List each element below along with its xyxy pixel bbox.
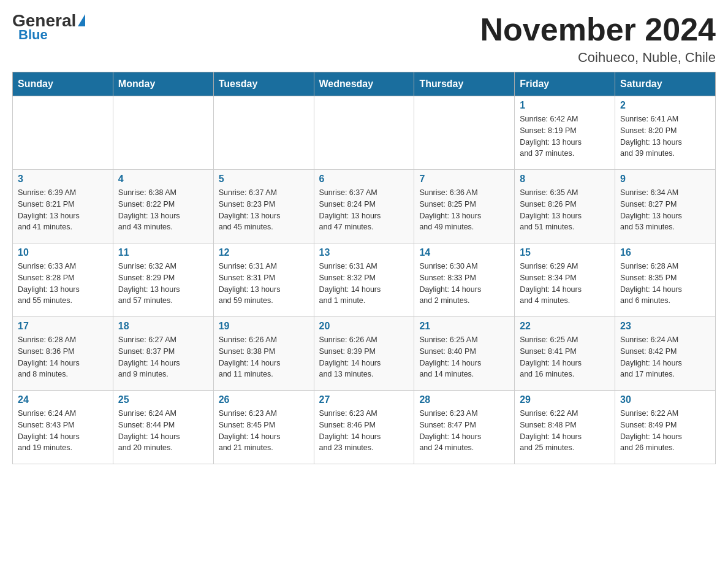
day-number: 9 bbox=[620, 174, 710, 185]
weekday-header-thursday: Thursday bbox=[414, 72, 515, 96]
calendar-cell-2-4: 6Sunrise: 6:37 AM Sunset: 8:24 PM Daylig… bbox=[314, 170, 414, 243]
day-info: Sunrise: 6:30 AM Sunset: 8:33 PM Dayligh… bbox=[419, 261, 509, 307]
calendar-cell-4-2: 18Sunrise: 6:27 AM Sunset: 8:37 PM Dayli… bbox=[113, 317, 213, 391]
calendar-cell-2-5: 7Sunrise: 6:36 AM Sunset: 8:25 PM Daylig… bbox=[414, 170, 515, 243]
calendar-cell-1-2 bbox=[113, 96, 213, 170]
calendar-cell-4-7: 23Sunrise: 6:24 AM Sunset: 8:42 PM Dayli… bbox=[615, 317, 716, 391]
week-row-1: 1Sunrise: 6:42 AM Sunset: 8:19 PM Daylig… bbox=[13, 96, 716, 170]
day-info: Sunrise: 6:28 AM Sunset: 8:35 PM Dayligh… bbox=[620, 261, 710, 307]
day-number: 30 bbox=[620, 394, 710, 405]
calendar-cell-3-3: 12Sunrise: 6:31 AM Sunset: 8:31 PM Dayli… bbox=[213, 243, 314, 317]
weekday-header-wednesday: Wednesday bbox=[314, 72, 414, 96]
day-number: 27 bbox=[319, 394, 409, 405]
calendar-cell-5-6: 29Sunrise: 6:22 AM Sunset: 8:48 PM Dayli… bbox=[515, 391, 615, 464]
day-info: Sunrise: 6:31 AM Sunset: 8:31 PM Dayligh… bbox=[219, 261, 309, 307]
day-number: 18 bbox=[118, 321, 208, 332]
calendar-cell-5-2: 25Sunrise: 6:24 AM Sunset: 8:44 PM Dayli… bbox=[113, 391, 213, 464]
calendar-cell-1-4 bbox=[314, 96, 414, 170]
calendar-cell-4-5: 21Sunrise: 6:25 AM Sunset: 8:40 PM Dayli… bbox=[414, 317, 515, 391]
weekday-header-sunday: Sunday bbox=[13, 72, 113, 96]
day-info: Sunrise: 6:39 AM Sunset: 8:21 PM Dayligh… bbox=[18, 187, 108, 233]
calendar-cell-2-6: 8Sunrise: 6:35 AM Sunset: 8:26 PM Daylig… bbox=[515, 170, 615, 243]
calendar-cell-2-2: 4Sunrise: 6:38 AM Sunset: 8:22 PM Daylig… bbox=[113, 170, 213, 243]
weekday-header-saturday: Saturday bbox=[615, 72, 716, 96]
day-number: 17 bbox=[18, 321, 108, 332]
day-number: 12 bbox=[219, 247, 309, 258]
day-number: 28 bbox=[419, 394, 509, 405]
calendar-cell-2-1: 3Sunrise: 6:39 AM Sunset: 8:21 PM Daylig… bbox=[13, 170, 113, 243]
day-number: 3 bbox=[18, 174, 108, 185]
day-number: 11 bbox=[118, 247, 208, 258]
calendar-cell-3-2: 11Sunrise: 6:32 AM Sunset: 8:29 PM Dayli… bbox=[113, 243, 213, 317]
calendar-cell-4-1: 17Sunrise: 6:28 AM Sunset: 8:36 PM Dayli… bbox=[13, 317, 113, 391]
page-header: General Blue November 2024 Coihueco, Nub… bbox=[12, 12, 716, 66]
day-number: 23 bbox=[620, 321, 710, 332]
day-info: Sunrise: 6:29 AM Sunset: 8:34 PM Dayligh… bbox=[520, 261, 610, 307]
day-info: Sunrise: 6:38 AM Sunset: 8:22 PM Dayligh… bbox=[118, 187, 208, 233]
day-number: 25 bbox=[118, 394, 208, 405]
calendar-table: SundayMondayTuesdayWednesdayThursdayFrid… bbox=[12, 72, 716, 464]
day-info: Sunrise: 6:26 AM Sunset: 8:39 PM Dayligh… bbox=[319, 334, 409, 380]
day-number: 19 bbox=[219, 321, 309, 332]
week-row-4: 17Sunrise: 6:28 AM Sunset: 8:36 PM Dayli… bbox=[13, 317, 716, 391]
day-number: 16 bbox=[620, 247, 710, 258]
day-number: 10 bbox=[18, 247, 108, 258]
calendar-cell-4-6: 22Sunrise: 6:25 AM Sunset: 8:41 PM Dayli… bbox=[515, 317, 615, 391]
day-number: 2 bbox=[620, 100, 710, 111]
logo: General Blue bbox=[12, 12, 85, 43]
day-info: Sunrise: 6:25 AM Sunset: 8:40 PM Dayligh… bbox=[419, 334, 509, 380]
day-number: 15 bbox=[520, 247, 610, 258]
calendar-cell-5-5: 28Sunrise: 6:23 AM Sunset: 8:47 PM Dayli… bbox=[414, 391, 515, 464]
day-number: 26 bbox=[219, 394, 309, 405]
weekday-header-friday: Friday bbox=[515, 72, 615, 96]
calendar-cell-4-4: 20Sunrise: 6:26 AM Sunset: 8:39 PM Dayli… bbox=[314, 317, 414, 391]
day-info: Sunrise: 6:42 AM Sunset: 8:19 PM Dayligh… bbox=[520, 113, 610, 159]
day-info: Sunrise: 6:24 AM Sunset: 8:43 PM Dayligh… bbox=[18, 408, 108, 454]
day-number: 20 bbox=[319, 321, 409, 332]
day-info: Sunrise: 6:37 AM Sunset: 8:23 PM Dayligh… bbox=[219, 187, 309, 233]
day-info: Sunrise: 6:35 AM Sunset: 8:26 PM Dayligh… bbox=[520, 187, 610, 233]
day-info: Sunrise: 6:41 AM Sunset: 8:20 PM Dayligh… bbox=[620, 113, 710, 159]
day-number: 6 bbox=[319, 174, 409, 185]
day-info: Sunrise: 6:32 AM Sunset: 8:29 PM Dayligh… bbox=[118, 261, 208, 307]
day-number: 22 bbox=[520, 321, 610, 332]
day-info: Sunrise: 6:22 AM Sunset: 8:48 PM Dayligh… bbox=[520, 408, 610, 454]
week-row-2: 3Sunrise: 6:39 AM Sunset: 8:21 PM Daylig… bbox=[13, 170, 716, 243]
calendar-cell-1-7: 2Sunrise: 6:41 AM Sunset: 8:20 PM Daylig… bbox=[615, 96, 716, 170]
calendar-cell-5-3: 26Sunrise: 6:23 AM Sunset: 8:45 PM Dayli… bbox=[213, 391, 314, 464]
logo-triangle-icon bbox=[78, 14, 85, 26]
day-info: Sunrise: 6:25 AM Sunset: 8:41 PM Dayligh… bbox=[520, 334, 610, 380]
day-info: Sunrise: 6:24 AM Sunset: 8:42 PM Dayligh… bbox=[620, 334, 710, 380]
weekday-header-tuesday: Tuesday bbox=[213, 72, 314, 96]
calendar-cell-1-5 bbox=[414, 96, 515, 170]
day-info: Sunrise: 6:24 AM Sunset: 8:44 PM Dayligh… bbox=[118, 408, 208, 454]
day-info: Sunrise: 6:37 AM Sunset: 8:24 PM Dayligh… bbox=[319, 187, 409, 233]
day-number: 14 bbox=[419, 247, 509, 258]
day-number: 21 bbox=[419, 321, 509, 332]
calendar-cell-4-3: 19Sunrise: 6:26 AM Sunset: 8:38 PM Dayli… bbox=[213, 317, 314, 391]
day-number: 4 bbox=[118, 174, 208, 185]
day-number: 29 bbox=[520, 394, 610, 405]
day-info: Sunrise: 6:27 AM Sunset: 8:37 PM Dayligh… bbox=[118, 334, 208, 380]
calendar-cell-5-1: 24Sunrise: 6:24 AM Sunset: 8:43 PM Dayli… bbox=[13, 391, 113, 464]
day-number: 7 bbox=[419, 174, 509, 185]
day-number: 1 bbox=[520, 100, 610, 111]
day-info: Sunrise: 6:22 AM Sunset: 8:49 PM Dayligh… bbox=[620, 408, 710, 454]
calendar-cell-1-6: 1Sunrise: 6:42 AM Sunset: 8:19 PM Daylig… bbox=[515, 96, 615, 170]
calendar-cell-2-7: 9Sunrise: 6:34 AM Sunset: 8:27 PM Daylig… bbox=[615, 170, 716, 243]
calendar-cell-5-4: 27Sunrise: 6:23 AM Sunset: 8:46 PM Dayli… bbox=[314, 391, 414, 464]
weekday-header-row: SundayMondayTuesdayWednesdayThursdayFrid… bbox=[13, 72, 716, 96]
calendar-cell-3-5: 14Sunrise: 6:30 AM Sunset: 8:33 PM Dayli… bbox=[414, 243, 515, 317]
day-number: 24 bbox=[18, 394, 108, 405]
calendar-cell-5-7: 30Sunrise: 6:22 AM Sunset: 8:49 PM Dayli… bbox=[615, 391, 716, 464]
calendar-cell-2-3: 5Sunrise: 6:37 AM Sunset: 8:23 PM Daylig… bbox=[213, 170, 314, 243]
calendar-cell-3-4: 13Sunrise: 6:31 AM Sunset: 8:32 PM Dayli… bbox=[314, 243, 414, 317]
day-info: Sunrise: 6:23 AM Sunset: 8:46 PM Dayligh… bbox=[319, 408, 409, 454]
calendar-cell-3-6: 15Sunrise: 6:29 AM Sunset: 8:34 PM Dayli… bbox=[515, 243, 615, 317]
month-title: November 2024 bbox=[480, 12, 716, 47]
day-info: Sunrise: 6:34 AM Sunset: 8:27 PM Dayligh… bbox=[620, 187, 710, 233]
calendar-cell-1-3 bbox=[213, 96, 314, 170]
week-row-5: 24Sunrise: 6:24 AM Sunset: 8:43 PM Dayli… bbox=[13, 391, 716, 464]
day-number: 8 bbox=[520, 174, 610, 185]
title-area: November 2024 Coihueco, Nuble, Chile bbox=[480, 12, 716, 66]
